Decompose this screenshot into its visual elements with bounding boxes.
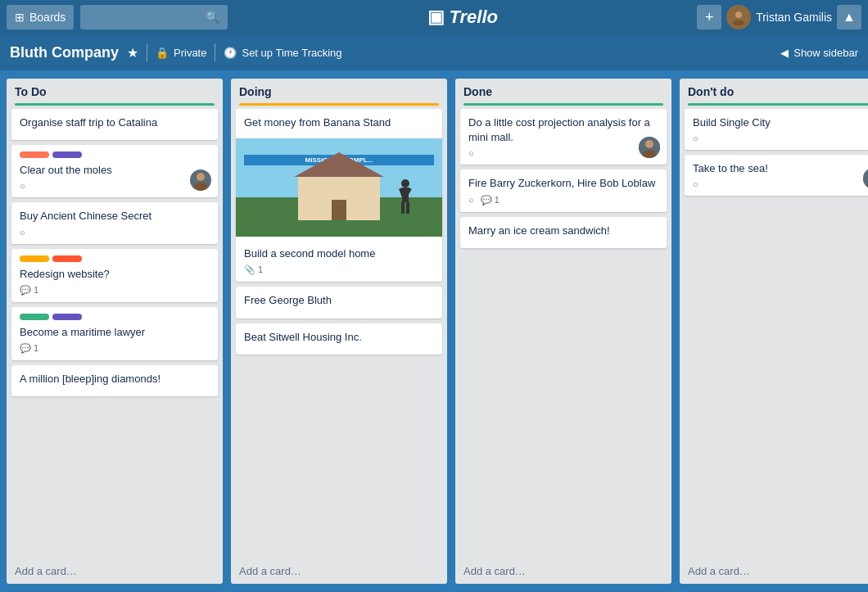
list-doing-cards: Get money from Banana Stand MISSION ACCO… (231, 109, 447, 560)
comment-icon: 💬 1 (20, 343, 38, 354)
house-door (332, 200, 346, 220)
card-diamonds[interactable]: A million [bleep]ing diamonds! (11, 365, 218, 396)
boards-label: Boards (29, 11, 66, 24)
board-title: Bluth Company (10, 44, 119, 61)
add-button[interactable]: + (697, 5, 721, 29)
svg-rect-9 (406, 202, 409, 214)
divider2 (215, 43, 215, 61)
eye-icon: ○ (693, 133, 698, 143)
list-dont-do-header: Don't do (680, 79, 868, 103)
add-card-done[interactable]: Add a card… (455, 560, 671, 584)
list-doing-accent (239, 103, 439, 106)
svg-rect-8 (401, 202, 405, 214)
list-doing-title: Doing (239, 85, 272, 98)
list-dont-do: Don't do Build Single City ○ Take to the… (680, 79, 868, 584)
card-title: Redesign website? (20, 267, 210, 282)
card-banana-stand[interactable]: Get money from Banana Stand (236, 109, 442, 140)
comment-icon: 💬 1 (20, 285, 38, 296)
card-title: Free George Bluth (244, 293, 434, 308)
card-title: Organise staff trip to Catalina (20, 115, 210, 130)
avatar[interactable] (726, 5, 751, 29)
card-redesign[interactable]: Redesign website? 💬 1 (11, 249, 218, 302)
add-card-dont-do[interactable]: Add a card… (680, 560, 868, 584)
card-meta: 📎 1 (244, 264, 434, 275)
search-bar: 🔍 (80, 5, 228, 29)
card-fire-barry[interactable]: Fire Barry Zuckerkorn, Hire Bob Loblaw ○… (460, 169, 667, 211)
card-model-home[interactable]: MISSION ACCOMPL... (236, 138, 442, 282)
card-free-george[interactable]: Free George Bluth (236, 287, 442, 318)
eye-icon: ○ (468, 148, 474, 158)
card-take-to-sea[interactable]: Take to the sea! ○ (685, 155, 868, 196)
card-meta: ○ (693, 133, 868, 143)
card-maritime-lawyer[interactable]: Become a maritime lawyer 💬 1 (11, 307, 218, 360)
card-ice-cream[interactable]: Marry an ice cream sandwich! (460, 217, 667, 248)
list-todo-cards: Organise staff trip to Catalina Clear ou… (7, 109, 223, 560)
list-dont-do-cards: Build Single City ○ Take to the sea! ○ (680, 109, 868, 560)
svg-point-0 (735, 11, 742, 18)
star-icon[interactable]: ★ (127, 45, 138, 61)
card-title: Do a little cost projection analysis for… (468, 115, 658, 145)
board-content: To Do Organise staff trip to Catalina Cl… (0, 70, 868, 592)
add-card-todo[interactable]: Add a card… (7, 560, 223, 584)
list-dont-do-accent (688, 103, 868, 106)
eye-icon: ○ (693, 179, 698, 189)
card-title: Beat Sitwell Housing Inc. (244, 330, 434, 345)
list-done-title: Done (463, 85, 492, 98)
list-doing: Doing Get money from Banana Stand MISSIO… (231, 79, 447, 584)
svg-point-4 (401, 179, 409, 188)
card-title: Buy Ancient Chinese Secret (20, 209, 210, 224)
list-todo: To Do Organise staff trip to Catalina Cl… (7, 79, 223, 584)
card-title: Build Single City (693, 115, 868, 130)
house-roof (294, 152, 384, 177)
chevron-left-icon: ◀ (780, 47, 789, 59)
time-tracking-label: Set up Time Tracking (242, 47, 341, 59)
time-tracking[interactable]: 🕐 Set up Time Tracking (224, 47, 341, 59)
label-orange (52, 255, 82, 262)
card-beat-sitwell[interactable]: Beat Sitwell Housing Inc. (236, 323, 442, 355)
card-meta: 💬 1 (20, 285, 210, 296)
card-title: Get money from Banana Stand (244, 115, 434, 130)
card-clear-moles[interactable]: Clear out the moles ○ (11, 145, 218, 197)
add-card-label: Add a card… (15, 565, 77, 577)
svg-point-1 (733, 20, 744, 25)
card-title: Build a second model home (244, 243, 434, 261)
eye-icon: ○ (20, 181, 25, 191)
list-dont-do-title: Don't do (688, 85, 734, 98)
card-title: A million [bleep]ing diamonds! (20, 372, 210, 386)
eye-icon: ○ (20, 228, 25, 237)
logo-text: Trello (450, 7, 499, 28)
board-bar: Bluth Company ★ 🔒 Private 🕐 Set up Time … (0, 34, 868, 70)
list-done-accent (463, 103, 663, 106)
card-labels (20, 255, 210, 262)
card-meta: ○ (693, 179, 868, 189)
list-doing-header: Doing (231, 79, 447, 103)
svg-point-2 (197, 173, 205, 181)
card-title: Clear out the moles (20, 163, 210, 178)
list-done-header: Done (455, 79, 671, 103)
list-todo-title: To Do (15, 85, 47, 98)
card-build-single-city[interactable]: Build Single City ○ (685, 109, 868, 150)
search-input[interactable] (87, 11, 206, 24)
label-red (20, 151, 49, 158)
card-ancient-secret[interactable]: Buy Ancient Chinese Secret ○ (11, 202, 218, 243)
add-card-doing[interactable]: Add a card… (231, 560, 447, 584)
card-labels (20, 151, 210, 158)
card-meta: ○ 💬 1 (468, 195, 658, 206)
user-name: Tristan Gamilis (756, 11, 832, 24)
list-done-cards: Do a little cost projection analysis for… (455, 109, 671, 560)
card-image: MISSION ACCOMPL... (236, 138, 442, 237)
label-purple2 (52, 314, 82, 320)
notifications-icon[interactable]: ▲ (837, 5, 861, 29)
boards-button[interactable]: ⊞ Boards (7, 5, 74, 29)
grid-icon: ⊞ (15, 11, 25, 24)
show-sidebar-button[interactable]: ◀ Show sidebar (780, 47, 858, 59)
card-organise-trip[interactable]: Organise staff trip to Catalina (11, 109, 218, 140)
logo-icon: ▣ (427, 7, 445, 28)
person-figure (397, 179, 414, 222)
app-logo: ▣ Trello (234, 7, 690, 28)
label-purple (52, 151, 82, 158)
card-cost-projection[interactable]: Do a little cost projection analysis for… (460, 109, 667, 165)
add-card-label: Add a card… (239, 565, 301, 577)
card-meta: ○ (20, 181, 210, 191)
label-yellow (20, 255, 49, 262)
